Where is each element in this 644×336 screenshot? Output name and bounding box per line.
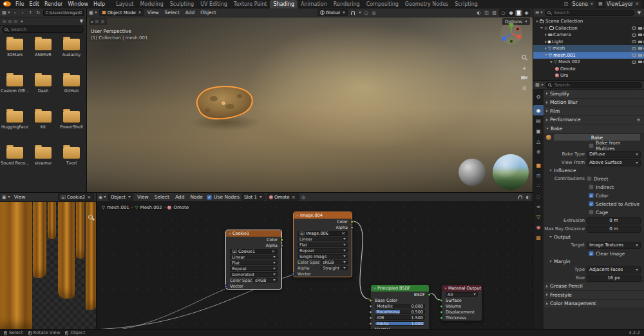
display-horizontal-list-icon[interactable] (8, 19, 12, 24)
shader-menu[interactable]: Node (188, 194, 205, 200)
snap-node-icon[interactable] (517, 194, 523, 201)
editor-type-icon[interactable]: ☰ (535, 10, 543, 16)
contrib-indirect-checkbox[interactable] (589, 184, 594, 190)
forward-button[interactable]: › (20, 10, 26, 16)
show-gizmo-icon[interactable]: ◐ (476, 10, 482, 16)
shading-wireframe-icon[interactable]: ○ (500, 10, 507, 16)
outliner-search[interactable] (545, 10, 634, 16)
workspace-tab[interactable]: UV Editing (197, 0, 231, 8)
display-size-caret[interactable] (21, 21, 23, 23)
panel-simplify[interactable]: Simplify (544, 90, 644, 99)
panel-performance[interactable]: Performance≡ (544, 116, 644, 125)
color-space-dropdown[interactable]: sRGB (321, 260, 348, 265)
move-view-icon[interactable]: + (522, 66, 527, 72)
editor-type-icon[interactable]: ▦ (89, 10, 97, 16)
tool-settings-left[interactable] (90, 18, 107, 25)
node-dropdown[interactable]: Flat (230, 261, 278, 266)
preset-icon[interactable]: ≡ (636, 117, 641, 123)
properties-tab-tool[interactable]: ⚙ (533, 92, 544, 102)
value-input-socket[interactable] (369, 310, 372, 313)
output-target-dropdown[interactable]: All (446, 292, 478, 297)
hdri-preview-sphere[interactable] (493, 154, 529, 190)
input-socket[interactable] (440, 304, 443, 308)
properties-tab-constraints[interactable]: ≡ (533, 201, 544, 212)
viewport-canvas[interactable]: Options User Perspective (1) Collection … (87, 17, 533, 192)
slot-dropdown[interactable]: Slot 1 (242, 193, 265, 201)
shading-solid-icon[interactable]: ● (507, 10, 515, 16)
folder-item[interactable]: steamvr (29, 144, 57, 179)
mesh-object[interactable] (185, 79, 262, 131)
blender-logo-icon[interactable] (3, 1, 11, 6)
viewport-menu[interactable]: Object (198, 10, 218, 15)
properties-tab-particles[interactable]: ∴ (533, 181, 544, 191)
contrib-color-checkbox[interactable] (589, 193, 594, 198)
folder-item[interactable]: GitHub (57, 72, 86, 107)
properties-tab-texture[interactable]: ▦ (533, 232, 544, 242)
pin-icon[interactable]: ◎ (301, 194, 307, 201)
color-output-socket[interactable] (350, 220, 354, 223)
hide-eye-icon[interactable] (632, 47, 636, 50)
node-dropdown[interactable]: Repeat (298, 248, 348, 253)
shader-menu[interactable]: Add (173, 194, 187, 200)
outliner-row-camera[interactable]: Camera (533, 32, 644, 39)
display-vertical-list-icon[interactable] (2, 19, 6, 24)
navigation-gizmo[interactable] (499, 21, 524, 47)
image-canvas[interactable] (0, 202, 96, 329)
path-field[interactable] (43, 10, 84, 16)
view-from-dropdown[interactable]: Above Surface (587, 159, 641, 166)
unlink-image-icon[interactable]: × (270, 249, 276, 254)
workspace-tab[interactable]: Scripting (451, 0, 481, 8)
extrusion-field[interactable]: 0 m (587, 217, 641, 224)
panel-grease-pencil[interactable]: Grease Pencil (544, 282, 644, 292)
folder-item[interactable]: Audacity (57, 36, 86, 71)
shader-menu[interactable]: Select (153, 194, 171, 200)
vector-input-socket[interactable] (224, 284, 227, 288)
shader-menu[interactable]: View (135, 194, 151, 200)
topbar-menu[interactable]: File (13, 1, 26, 7)
properties-tab-data[interactable]: ▽ (533, 212, 544, 222)
folder-item[interactable]: Sound Reco... (1, 144, 29, 179)
matcap-preview-sphere[interactable] (459, 159, 486, 186)
cage-checkbox[interactable] (589, 210, 594, 215)
folder-item[interactable]: HuggingFace (1, 108, 29, 143)
filter-icon[interactable]: ▼ (79, 18, 84, 25)
topbar-menu[interactable]: Edit (26, 1, 42, 7)
folder-item[interactable]: Tvori (57, 144, 86, 179)
properties-tab-output[interactable]: ▤ (533, 115, 544, 126)
use-nodes-checkbox[interactable] (207, 195, 212, 200)
outliner-row-light[interactable]: Light (533, 39, 644, 46)
outliner-row-mesh[interactable]: ▽mesh (533, 45, 644, 52)
alpha-mode-dropdown[interactable]: Straight (321, 266, 348, 271)
node-material-output[interactable]: Material Output All SurfaceVolumeDisplac… (441, 284, 482, 321)
editor-type-icon[interactable]: ▤ (2, 10, 10, 16)
node-dropdown[interactable]: Repeat (230, 266, 278, 272)
folder-item[interactable]: Kit (29, 108, 57, 143)
clear-image-checkbox[interactable] (589, 251, 594, 256)
topbar-menu[interactable]: Render (42, 1, 65, 7)
folder-item[interactable]: 3DMark (1, 36, 29, 71)
disable-render-icon[interactable] (638, 61, 642, 63)
bake-type-dropdown[interactable]: Diffuse (587, 151, 641, 158)
zoom-icon[interactable] (88, 215, 93, 219)
unlink-image-icon[interactable]: × (341, 231, 346, 236)
node-dropdown[interactable]: Generated (230, 272, 278, 277)
image-selector[interactable]: Cookie2× (58, 193, 94, 201)
refresh-button[interactable]: ↻ (35, 10, 41, 16)
folder-item[interactable]: Custom Offi... (1, 72, 29, 107)
scene-selector[interactable]: Scene× (571, 1, 596, 8)
editor-type-icon[interactable]: ◉ (99, 194, 106, 201)
image-unlink-icon[interactable]: × (86, 195, 91, 200)
node-dropdown[interactable]: Linear (298, 237, 348, 242)
node-dropdown[interactable]: Linear (230, 255, 278, 260)
viewport-menu[interactable]: Add (184, 10, 197, 15)
file-search[interactable] (2, 26, 84, 33)
node-dropdown[interactable]: Single Image (298, 254, 348, 259)
selected-to-active-checkbox[interactable] (589, 201, 594, 206)
hide-eye-icon[interactable] (632, 61, 636, 64)
normal-input-socket[interactable] (369, 328, 372, 329)
overlays-icon[interactable]: ◫ (484, 10, 489, 16)
folder-item[interactable]: Dash (29, 72, 57, 107)
workspace-tab[interactable]: Compositing (363, 0, 402, 8)
overlay-node-icon[interactable]: ◐ (525, 194, 531, 201)
node-slider[interactable]: Roughness0.500 (375, 310, 425, 315)
